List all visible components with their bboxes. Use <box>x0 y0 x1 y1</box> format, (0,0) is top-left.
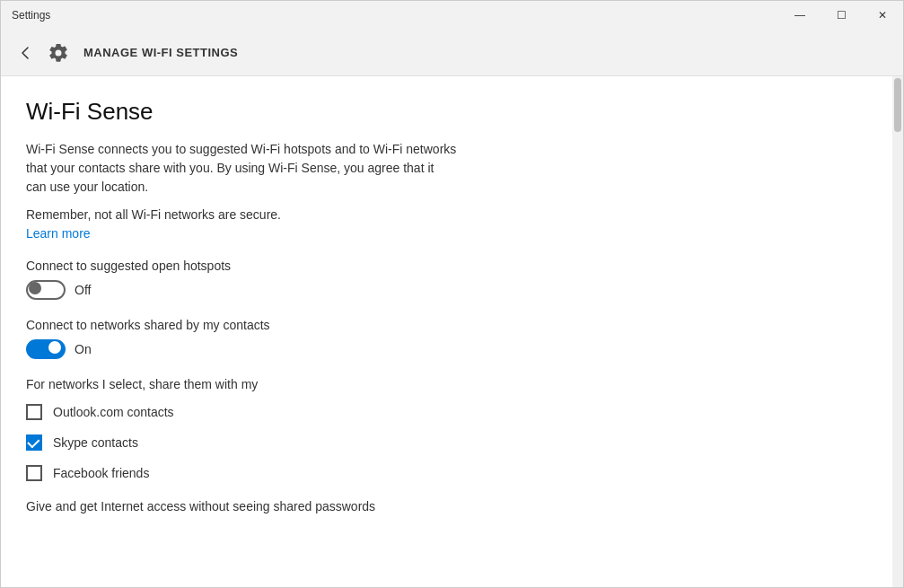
gear-icon <box>48 42 69 64</box>
content-area: Wi-Fi Sense Wi-Fi Sense connects you to … <box>1 76 903 587</box>
main-content: Wi-Fi Sense Wi-Fi Sense connects you to … <box>1 76 892 587</box>
header-title: MANAGE WI-FI SETTINGS <box>83 46 238 59</box>
outlook-label: Outlook.com contacts <box>53 405 174 419</box>
share-setting-group: For networks I select, share them with m… <box>26 377 871 481</box>
hotspots-label: Connect to suggested open hotspots <box>26 259 871 273</box>
description-text: Wi-Fi Sense connects you to suggested Wi… <box>26 140 457 197</box>
contacts-setting-group: Connect to networks shared by my contact… <box>26 318 871 359</box>
close-button[interactable]: ✕ <box>862 1 903 30</box>
window: Settings — ☐ ✕ MANAGE WI-FI SETTINGS Wi-… <box>0 0 904 588</box>
contacts-toggle-row: On <box>26 339 871 359</box>
facebook-checkbox-row: Facebook friends <box>26 465 871 481</box>
titlebar-left: Settings <box>12 9 50 22</box>
contacts-label: Connect to networks shared by my contact… <box>26 318 871 332</box>
contacts-toggle-thumb <box>48 341 61 354</box>
contacts-toggle[interactable] <box>26 339 66 359</box>
scrollbar-thumb[interactable] <box>894 78 901 132</box>
minimize-button[interactable]: — <box>779 1 821 30</box>
outlook-checkbox-row: Outlook.com contacts <box>26 404 871 420</box>
scrollbar[interactable] <box>892 76 903 587</box>
titlebar: Settings — ☐ ✕ <box>1 1 903 30</box>
bottom-text: Give and get Internet access without see… <box>26 499 871 513</box>
hotspots-toggle-row: Off <box>26 280 871 300</box>
hotspots-toggle[interactable] <box>26 280 66 300</box>
outlook-checkbox[interactable] <box>26 404 42 420</box>
facebook-checkbox[interactable] <box>26 465 42 481</box>
remember-text: Remember, not all Wi-Fi networks are sec… <box>26 207 871 222</box>
contacts-toggle-status: On <box>75 342 92 356</box>
titlebar-controls: — ☐ ✕ <box>779 1 903 30</box>
share-label: For networks I select, share them with m… <box>26 377 871 391</box>
skype-checkbox-row: Skype contacts <box>26 434 871 451</box>
skype-checkbox[interactable] <box>26 434 42 451</box>
hotspots-setting-group: Connect to suggested open hotspots Off <box>26 259 871 300</box>
facebook-label: Facebook friends <box>53 466 149 480</box>
hotspots-toggle-status: Off <box>75 283 91 297</box>
back-icon <box>19 46 33 60</box>
skype-label: Skype contacts <box>53 435 138 450</box>
back-button[interactable] <box>19 46 33 60</box>
titlebar-title: Settings <box>12 9 50 22</box>
learn-more-link[interactable]: Learn more <box>26 226 91 241</box>
hotspots-toggle-thumb <box>29 282 41 294</box>
header-bar: MANAGE WI-FI SETTINGS <box>1 30 903 76</box>
maximize-button[interactable]: ☐ <box>821 1 862 30</box>
page-title: Wi-Fi Sense <box>26 98 871 126</box>
